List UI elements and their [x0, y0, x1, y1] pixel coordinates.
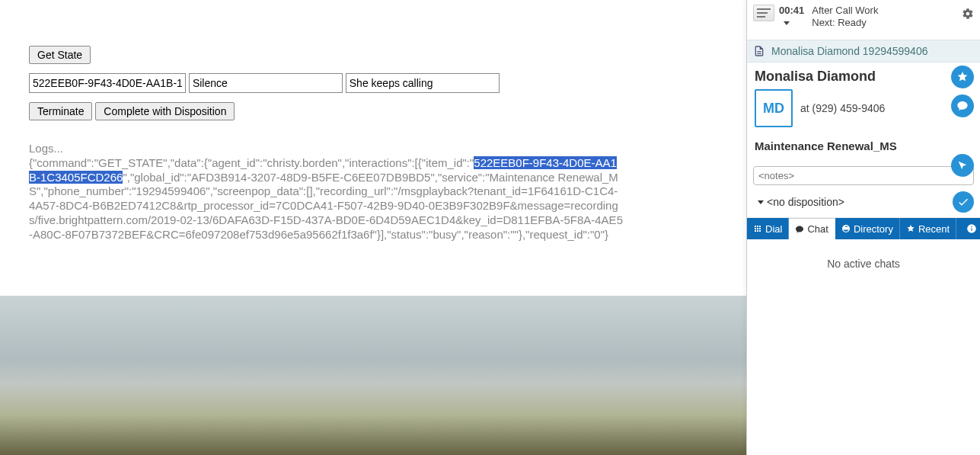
notes-wrap: [747, 160, 980, 191]
complete-button[interactable]: [953, 191, 974, 213]
gear-icon[interactable]: [962, 5, 974, 22]
menu-icon[interactable]: [753, 5, 774, 21]
disposition-label: <no disposition>: [767, 196, 844, 208]
tab-info[interactable]: [956, 218, 980, 239]
panel-top: 00:41 After Call Work Next: Ready: [747, 0, 980, 40]
disposition-input[interactable]: [189, 73, 343, 93]
tab-recent-label: Recent: [918, 223, 950, 235]
chevron-down-icon: [784, 21, 790, 25]
avatar: MD: [755, 89, 793, 127]
background-image: [0, 296, 747, 455]
input-row: [29, 73, 737, 93]
chevron-down-icon: [758, 200, 764, 204]
terminate-button[interactable]: Terminate: [29, 102, 92, 120]
panel-tabs: Dial Chat Directory Recent: [747, 218, 980, 239]
note-input[interactable]: [346, 73, 500, 93]
pointer-button[interactable]: [951, 154, 974, 177]
no-chats-label: No active chats: [827, 258, 900, 270]
contact-body: Monalisa Diamond MD at (929) 459-9406 Ma…: [747, 62, 980, 160]
logs-pre: {"command":"GET_STATE","data":{"agent_id…: [29, 156, 474, 169]
star-button[interactable]: [951, 66, 974, 88]
status-block[interactable]: 00:41 After Call Work Next: Ready: [779, 5, 962, 28]
logs-area: Logs... {"command":"GET_STATE","data":{"…: [29, 142, 623, 242]
document-icon: [753, 45, 765, 57]
tab-dial-label: Dial: [765, 223, 782, 235]
tab-chat[interactable]: Chat: [789, 218, 835, 239]
status-label: After Call Work: [812, 5, 878, 17]
tab-directory[interactable]: Directory: [835, 218, 900, 239]
main-area: Get State Terminate Complete with Dispos…: [29, 46, 737, 242]
notes-input[interactable]: [753, 166, 974, 185]
logs-label: Logs...: [29, 142, 623, 156]
agent-panel: 00:41 After Call Work Next: Ready Monali…: [746, 0, 980, 455]
tab-directory-label: Directory: [854, 223, 893, 235]
action-row: Terminate Complete with Disposition: [29, 102, 737, 120]
contact-name: Monalisa Diamond: [755, 69, 972, 85]
tab-chat-label: Chat: [807, 223, 828, 235]
contact-strip-text: Monalisa Diamond 19294599406: [771, 45, 927, 57]
disposition-select[interactable]: <no disposition>: [753, 196, 844, 208]
next-status: Next: Ready: [812, 17, 878, 29]
service-name: Maintenance Renewal_MS: [755, 139, 972, 152]
phone-text: at (929) 459-9406: [800, 102, 885, 114]
item-id-input[interactable]: [29, 73, 186, 93]
disposition-row: <no disposition>: [747, 191, 980, 218]
call-timer: 00:41: [779, 5, 804, 17]
get-state-button[interactable]: Get State: [29, 46, 91, 64]
tab-recent[interactable]: Recent: [900, 218, 956, 239]
contact-strip[interactable]: Monalisa Diamond 19294599406: [747, 40, 980, 62]
side-actions: [951, 66, 974, 177]
tab-dial[interactable]: Dial: [747, 218, 789, 239]
complete-disposition-button[interactable]: Complete with Disposition: [95, 102, 235, 120]
chat-button[interactable]: [951, 95, 974, 117]
contact-line: MD at (929) 459-9406: [755, 89, 972, 127]
panel-body: No active chats: [747, 239, 980, 455]
